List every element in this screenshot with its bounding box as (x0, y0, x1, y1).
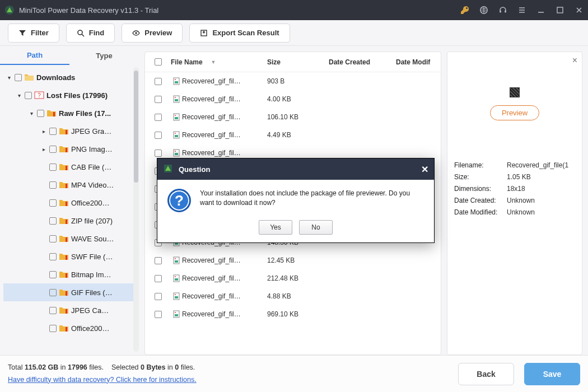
tree-node-raw[interactable]: ▾ Raw Files (17... (3, 104, 139, 122)
chevron-right-icon[interactable]: ▸ (40, 146, 47, 152)
col-size[interactable]: Size (267, 58, 329, 66)
file-name: Recovered_gif_fil… (182, 77, 267, 85)
file-size: 106.10 KB (267, 113, 329, 121)
tree-node-leaf[interactable]: GIF Files (… (3, 283, 139, 301)
filter-button[interactable]: Filter (8, 24, 59, 43)
file-size: 969.10 KB (267, 310, 329, 318)
checkbox[interactable] (15, 74, 22, 81)
tree-node-leaf[interactable]: WAVE Sou… (3, 230, 139, 248)
tree-node-leaf[interactable]: ZIP file (207) (3, 212, 139, 230)
tree-node-leaf[interactable]: MP4 Video… (3, 176, 139, 194)
tree-label: ZIP file (207) (71, 217, 113, 225)
tree-node-root[interactable]: ▾ Downloads (3, 68, 139, 86)
checkbox[interactable] (49, 289, 57, 296)
find-button[interactable]: Find (66, 24, 115, 43)
dialog-close-icon[interactable]: ✕ (421, 164, 428, 175)
checkbox[interactable] (155, 293, 162, 300)
tree-node-leaf[interactable]: SWF File (… (3, 248, 139, 265)
checkbox[interactable] (49, 199, 57, 207)
col-modified[interactable]: Date Modif (396, 58, 441, 66)
tab-type[interactable]: Type (69, 46, 139, 65)
meta-value: Recovered_gif_file(1 (507, 161, 575, 169)
file-name: Recovered_gif_fil… (182, 149, 267, 157)
tree-node-lost[interactable]: ▾ ? Lost Files (17996) (3, 86, 139, 104)
back-button[interactable]: Back (458, 363, 514, 385)
minimize-icon[interactable] (536, 6, 545, 15)
checkbox[interactable] (155, 275, 162, 282)
list-row[interactable]: Recovered_gif_fil…106.10 KB (145, 108, 441, 126)
close-detail-icon[interactable]: × (572, 55, 577, 66)
svg-rect-63 (175, 314, 178, 316)
checkbox[interactable] (49, 146, 57, 153)
checkbox[interactable] (49, 128, 57, 135)
export-icon (200, 29, 208, 37)
chevron-down-icon[interactable]: ▾ (28, 110, 35, 116)
save-button[interactable]: Save (524, 363, 580, 385)
tree-label: WAVE Sou… (71, 235, 114, 243)
tree-node-leaf[interactable]: Office200… (3, 194, 139, 212)
checkbox[interactable] (49, 325, 57, 332)
preview-button[interactable]: Preview (122, 24, 183, 43)
checkbox[interactable] (155, 257, 162, 264)
checkbox[interactable] (155, 311, 162, 318)
svg-rect-14 (66, 184, 67, 188)
filetype-folder-icon (59, 288, 69, 297)
list-row[interactable]: Recovered_gif_fil…4.00 KB (145, 90, 441, 108)
svg-rect-36 (175, 153, 178, 155)
checkbox[interactable] (49, 181, 57, 189)
col-filename[interactable]: File Name ▼ (171, 58, 267, 66)
maximize-icon[interactable] (556, 6, 564, 15)
tree-node-leaf[interactable]: CAB File (… (3, 158, 139, 176)
tab-path[interactable]: Path (0, 46, 69, 65)
checkbox[interactable] (49, 271, 57, 278)
tree-label: GIF Files (… (71, 288, 113, 297)
checkbox[interactable] (37, 110, 44, 117)
export-button[interactable]: Export Scan Result (189, 24, 290, 43)
checkbox[interactable] (155, 96, 162, 103)
tree-view[interactable]: ▾ Downloads ▾ ? Lost Files (17996) ▾ Raw… (3, 68, 139, 355)
tree-node-leaf[interactable]: Bitmap Im… (3, 265, 139, 283)
key-icon[interactable] (460, 6, 469, 15)
tree-node-leaf[interactable]: JPEG Ca… (3, 301, 139, 319)
checkbox[interactable] (155, 150, 162, 157)
dialog-app-icon (163, 164, 173, 175)
list-row[interactable]: Recovered_gif_fil…212.48 KB (145, 269, 441, 287)
preview-file-button[interactable]: Preview (490, 105, 539, 120)
checkbox[interactable] (155, 114, 162, 121)
checkbox[interactable] (155, 78, 162, 85)
dialog-yes-button[interactable]: Yes (259, 220, 292, 235)
close-icon[interactable] (575, 6, 584, 15)
globe-icon[interactable] (479, 6, 488, 15)
list-row[interactable]: Recovered_gif_fil…969.10 KB (145, 305, 441, 323)
checkbox-all[interactable] (155, 58, 162, 66)
checkbox[interactable] (25, 92, 32, 99)
headset-icon[interactable] (498, 6, 507, 15)
checkbox[interactable] (155, 132, 162, 139)
export-label: Export Scan Result (212, 29, 279, 37)
tree-label: CAB File (… (71, 163, 111, 171)
chevron-down-icon[interactable]: ▾ (16, 92, 22, 99)
list-row[interactable]: Recovered_gif_fil…903 B (145, 72, 441, 90)
svg-rect-21 (66, 309, 67, 314)
help-link[interactable]: Have difficulty with data recovery? Clic… (8, 376, 197, 384)
chevron-right-icon[interactable]: ▸ (40, 128, 47, 134)
checkbox[interactable] (49, 164, 57, 171)
tree-scrollbar[interactable] (133, 67, 139, 352)
tree-node-leaf[interactable]: ▸JPEG Gra… (3, 122, 139, 140)
chevron-down-icon[interactable]: ▾ (6, 74, 12, 81)
dialog-no-button[interactable]: No (299, 220, 333, 235)
checkbox[interactable] (49, 235, 57, 242)
checkbox[interactable] (49, 253, 57, 260)
svg-rect-11 (66, 130, 67, 134)
tree-node-leaf[interactable]: ▸PNG Imag… (3, 140, 139, 158)
col-created[interactable]: Date Created (329, 58, 396, 66)
list-row[interactable]: Recovered_gif_fil…12.45 KB (145, 251, 441, 269)
checkbox[interactable] (49, 217, 57, 225)
svg-point-6 (135, 32, 137, 34)
tree-node-leaf[interactable]: Office200… (3, 319, 139, 337)
checkbox[interactable] (49, 307, 57, 314)
list-row[interactable]: Recovered_gif_fil…4.88 KB (145, 287, 441, 305)
menu-icon[interactable] (517, 6, 526, 15)
list-row[interactable]: Recovered_gif_fil…4.49 KB (145, 126, 441, 144)
question-dialog: Question ✕ ? Your installation does not … (157, 158, 435, 243)
